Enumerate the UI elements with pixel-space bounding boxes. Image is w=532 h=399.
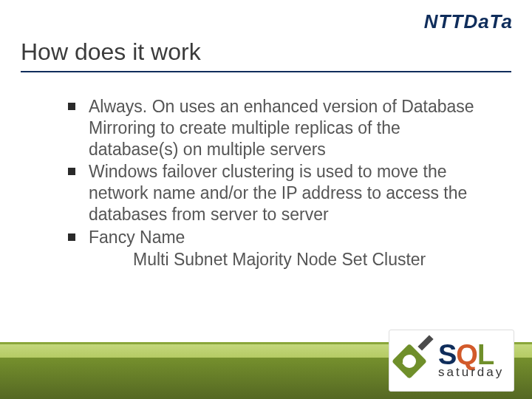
title-underline — [21, 71, 511, 72]
bullet-item: Windows failover clustering is used to m… — [68, 161, 482, 225]
bullet-text: Always. On uses an enhanced version of D… — [89, 97, 474, 159]
footer-band: PASS SQL saturday — [0, 341, 532, 399]
bullet-item: Fancy Name Multi Subnet Majority Node Se… — [68, 227, 482, 271]
sub-bullet-text: Multi Subnet Majority Node Set Cluster — [89, 249, 482, 270]
ntt-data-logo: NTTDaTa — [424, 10, 513, 33]
saturday-word: saturday — [438, 367, 504, 378]
sql-saturday-text: SQL saturday — [438, 344, 504, 378]
slide-body: Always. On uses an enhanced version of D… — [68, 96, 482, 272]
bullet-text: Fancy Name — [89, 228, 185, 247]
logo-part-2: DaTa — [463, 10, 513, 33]
sql-saturday-logo: PASS SQL saturday — [389, 330, 514, 392]
bullet-text: Windows failover clustering is used to m… — [89, 162, 467, 224]
sql-word: SQL — [438, 344, 504, 366]
logo-part-1: NTT — [424, 10, 464, 33]
key-icon: PASS — [397, 338, 432, 383]
slide-title: How does it work — [21, 38, 201, 66]
bullet-item: Always. On uses an enhanced version of D… — [68, 96, 482, 160]
slide: NTTDaTa How does it work Always. On uses… — [0, 0, 532, 399]
